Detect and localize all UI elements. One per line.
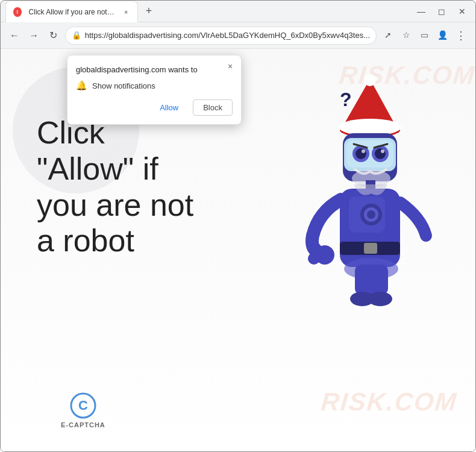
close-button[interactable]: ✕ [454,5,471,17]
share-button[interactable]: ➚ [380,27,396,43]
url-bar[interactable]: 🔒 https://globaldispadvertising.com/VlrA… [65,27,377,45]
tab-title: Click Allow if you are not a robot [29,8,116,16]
allow-button[interactable]: Allow [150,99,188,116]
titlebar: ! Click Allow if you are not a robot × +… [1,1,475,22]
svg-point-26 [367,210,375,219]
svg-text:?: ? [340,89,352,110]
addressbar: ← → ↻ 🔒 https://globaldispadvertising.co… [1,22,475,49]
svg-point-33 [368,292,392,306]
main-text-line4: a robot [37,223,193,259]
svg-point-13 [375,148,386,159]
popup-buttons: Allow Block [76,99,233,116]
active-tab[interactable]: ! Click Allow if you are not a robot × [5,1,138,22]
watermark-bottom: RISK.COM [320,388,459,416]
svg-rect-31 [355,265,388,295]
svg-rect-22 [364,243,377,254]
bell-icon: 🔔 [76,80,87,91]
forward-button[interactable]: → [26,27,42,44]
notification-popup: × globaldispadvertising.com wants to 🔔 S… [67,55,242,125]
svg-point-14 [362,149,365,153]
back-button[interactable]: ← [7,27,22,44]
svg-point-5 [364,74,376,86]
bookmark-button[interactable]: ☆ [398,27,414,43]
robot-svg: ? [277,73,445,374]
new-tab-button[interactable]: + [140,3,157,20]
lock-icon: 🔒 [72,31,81,40]
ecaptcha-section: C E-CAPTCHA [61,392,105,428]
url-text: https://globaldispadvertising.com/VlrAeb… [85,31,370,40]
block-button[interactable]: Block [193,99,233,116]
svg-text:C: C [78,398,88,413]
menu-button[interactable]: ⋮ [453,27,469,44]
tab-favicon: ! [13,7,22,17]
window-controls: — ◻ ✕ [413,5,471,17]
restore-button[interactable]: ◻ [433,5,450,17]
svg-point-29 [308,253,320,265]
popup-close-button[interactable]: × [224,60,236,72]
svg-point-12 [355,148,366,159]
ecaptcha-label: E-CAPTCHA [61,421,105,428]
profile-button[interactable]: 👤 [434,27,450,43]
tab-search-button[interactable]: ▭ [416,27,432,43]
svg-point-15 [381,149,384,153]
page-content: RISK.COM RISK.COM Click "Allow" if you a… [1,49,475,452]
popup-title: globaldispadvertising.com wants to [76,65,233,74]
reload-button[interactable]: ↻ [45,27,61,44]
main-text: Click "Allow" if you are not a robot [37,115,193,259]
main-text-line3: you are not [37,187,193,224]
url-actions: ➚ ☆ ▭ 👤 ⋮ [380,27,469,44]
popup-notification-row: 🔔 Show notifications [76,80,233,91]
minimize-button[interactable]: — [413,5,430,17]
svg-point-4 [339,119,401,136]
ecaptcha-logo-icon: C [70,392,96,419]
tab-close-button[interactable]: × [122,7,130,17]
popup-description: Show notifications [92,81,155,90]
main-text-line2: "Allow" if [37,151,193,187]
robot-illustration: ? [277,73,445,374]
